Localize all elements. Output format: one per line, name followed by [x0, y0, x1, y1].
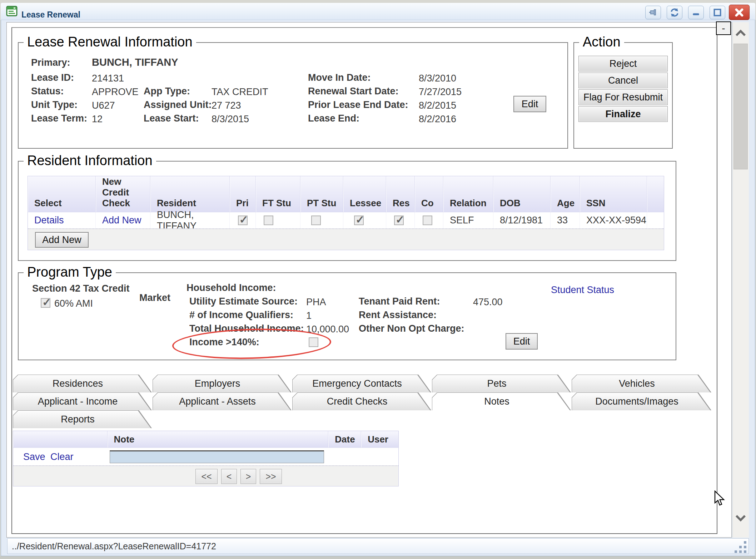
col-select: Select — [28, 176, 96, 212]
frame-collapse-button[interactable]: - — [716, 21, 731, 35]
col-co: Co — [415, 176, 443, 212]
assigned-unit-label: Assigned Unit: — [144, 99, 212, 110]
pager-next-button[interactable]: > — [240, 469, 256, 484]
income-qualifiers-label: # of Income Qualifiers: — [189, 310, 293, 321]
resident-name-cell: BUNCH, TIFFANY — [150, 212, 230, 228]
cancel-button[interactable]: Cancel — [578, 73, 668, 88]
notes-col-date: Date — [328, 431, 361, 447]
tab-documents-images[interactable]: Documents/Images — [572, 392, 711, 410]
col-dob: DOB — [493, 176, 551, 212]
resident-relation-cell: SELF — [443, 212, 493, 228]
move-in-label: Move In Date: — [308, 72, 371, 83]
resident-add-credit-link[interactable]: Add New — [102, 215, 141, 226]
unit-type-label: Unit Type: — [31, 99, 78, 110]
resident-age-cell: 33 — [551, 212, 580, 228]
col-spacer — [647, 176, 664, 212]
student-status-link[interactable]: Student Status — [551, 285, 614, 296]
col-resident: Resident — [150, 176, 230, 212]
scroll-down-button[interactable] — [735, 514, 747, 522]
checkbox-income-over-140[interactable] — [309, 337, 318, 347]
pager-first-button[interactable]: << — [195, 469, 218, 484]
ami-label: 60% AMI — [54, 298, 93, 309]
notes-col-actions — [13, 431, 108, 447]
income-qualifiers-value: 1 — [306, 310, 312, 321]
checkbox-pt-stu[interactable] — [311, 216, 321, 225]
resident-table-footer: Add New — [28, 228, 664, 250]
tab-employers[interactable]: Employers — [153, 375, 292, 392]
notes-entry-row: Save Clear — [13, 447, 398, 465]
chevron-up-icon — [735, 29, 747, 37]
col-ssn: SSN — [580, 176, 647, 212]
note-save-link[interactable]: Save — [23, 451, 45, 462]
checkbox-res[interactable] — [394, 216, 404, 225]
pin-icon — [648, 8, 658, 17]
statusbar: ../Resident/Renewal.aspx?LeaseRenewalID=… — [7, 538, 749, 554]
scroll-thumb[interactable] — [733, 44, 748, 169]
program-type-groupbox: Program Type Section 42 Tax Credit 60% A… — [18, 272, 676, 360]
note-clear-link[interactable]: Clear — [50, 451, 74, 462]
tab-residences[interactable]: Residences — [13, 375, 152, 392]
close-button[interactable] — [729, 5, 750, 20]
resize-grip-icon[interactable] — [735, 550, 737, 553]
tab-applicant-assets[interactable]: Applicant - Assets — [153, 392, 292, 410]
other-charge-label: Other Non Opt Charge: — [359, 323, 464, 334]
move-in-value: 8/3/2010 — [419, 73, 456, 84]
checkbox-60-ami[interactable] — [41, 298, 50, 308]
prior-lease-end-label: Prior Lease End Date: — [308, 99, 408, 110]
lease-info-legend: Lease Renewal Information — [24, 33, 196, 50]
col-age: Age — [551, 176, 580, 212]
program-type-legend: Program Type — [24, 263, 116, 281]
rent-assistance-label: Rent Assistance: — [359, 310, 437, 321]
resident-details-link[interactable]: Details — [34, 215, 64, 226]
minimize-icon — [691, 8, 701, 17]
col-new-credit-check: New Credit Check — [96, 176, 150, 212]
section42-label: Section 42 Tax Credit — [32, 283, 130, 294]
pager-last-button[interactable]: >> — [260, 469, 282, 484]
titlebar: Lease Renewal — [1, 3, 755, 20]
tenant-rent-label: Tenant Paid Rent: — [359, 296, 440, 307]
lease-info-groupbox: Lease Renewal Information Primary: BUNCH… — [18, 42, 568, 149]
tab-pets[interactable]: Pets — [432, 375, 571, 392]
app-type-value: TAX CREDIT — [212, 86, 268, 98]
add-resident-button[interactable]: Add New — [35, 232, 89, 248]
lease-end-value: 8/2/2016 — [419, 114, 456, 125]
checkbox-pri[interactable] — [238, 216, 248, 225]
program-edit-button[interactable]: Edit — [506, 333, 538, 350]
tab-vehicles[interactable]: Vehicles — [572, 375, 711, 392]
col-res: Res — [386, 176, 415, 212]
col-pt-stu: PT Stu — [300, 176, 343, 212]
pager-prev-button[interactable]: < — [221, 469, 237, 484]
checkbox-lessee[interactable] — [354, 216, 364, 225]
lease-id-label: Lease ID: — [31, 72, 74, 83]
checkbox-ft-stu[interactable] — [264, 216, 273, 225]
assigned-unit-value: 27 723 — [212, 100, 241, 111]
renewal-start-label: Renewal Start Date: — [308, 86, 399, 97]
col-pri: Pri — [230, 176, 256, 212]
tab-emergency-contacts[interactable]: Emergency Contacts — [292, 375, 431, 392]
notes-table-header: Note Date User — [13, 431, 398, 447]
resident-ssn-cell: XXX-XX-9594 — [580, 212, 647, 228]
prior-lease-end-value: 8/2/2015 — [419, 100, 456, 111]
primary-label: Primary: — [31, 57, 70, 68]
scroll-up-button[interactable] — [735, 29, 747, 37]
tab-applicant-income[interactable]: Applicant - Income — [13, 392, 152, 410]
pin-button[interactable] — [645, 6, 661, 19]
checkbox-co[interactable] — [423, 216, 432, 225]
primary-value: BUNCH, TIFFANY — [92, 56, 178, 68]
tab-reports[interactable]: Reports — [13, 410, 152, 428]
lease-edit-button[interactable]: Edit — [513, 96, 546, 112]
maximize-button[interactable] — [710, 6, 725, 19]
minimize-button[interactable] — [688, 6, 704, 19]
note-input[interactable] — [110, 450, 324, 463]
refresh-button[interactable] — [667, 6, 682, 19]
household-income-label: Household Income: — [186, 282, 276, 293]
tab-notes[interactable]: Notes — [432, 392, 571, 410]
total-income-label: Total Household Income: — [189, 323, 304, 334]
lease-renewal-window: Lease Renewal - — [0, 0, 756, 559]
reject-button[interactable]: Reject — [578, 56, 668, 71]
flag-for-resubmit-button[interactable]: Flag For Resubmit — [578, 89, 668, 105]
income-over-140-label: Income >140%: — [189, 337, 259, 348]
finalize-button[interactable]: Finalize — [578, 106, 668, 122]
unit-type-value: U627 — [92, 100, 115, 111]
tab-credit-checks[interactable]: Credit Checks — [292, 392, 431, 410]
